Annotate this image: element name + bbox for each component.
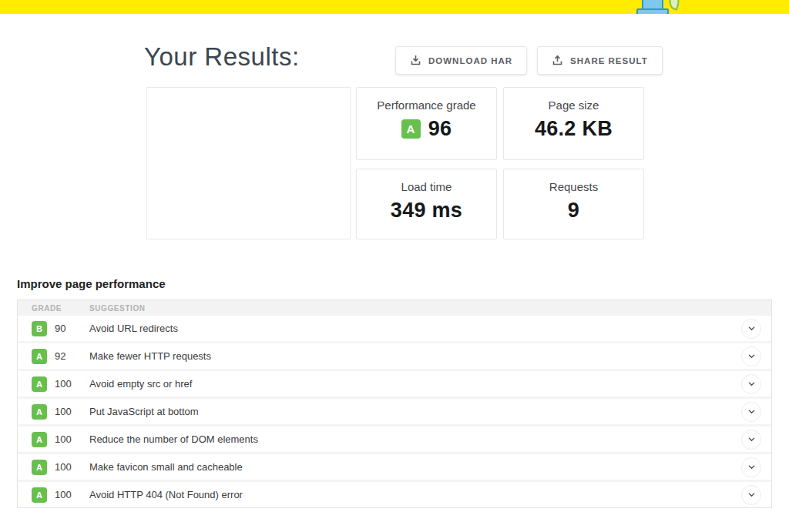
row-grade-badge: A [32, 487, 47, 503]
expand-row-button[interactable] [741, 374, 761, 394]
row-suggestion-text: Avoid URL redirects [89, 323, 178, 334]
row-grade-badge: A [32, 460, 47, 475]
row-grade-score: 100 [55, 433, 82, 445]
chevron-down-icon [747, 377, 756, 391]
row-grade-badge: A [32, 376, 47, 392]
row-grade-score: 90 [55, 323, 82, 334]
expand-row-button[interactable] [741, 402, 761, 422]
page-size-card: Page size 46.2 KB [503, 87, 644, 160]
page-title: Your Results: [144, 42, 300, 72]
requests-value: 9 [568, 199, 579, 223]
page-screenshot-placeholder [146, 87, 351, 239]
expand-row-button[interactable] [741, 485, 761, 505]
page-size-label: Page size [549, 99, 599, 112]
row-suggestion-text: Make favicon small and cacheable [89, 461, 243, 473]
row-grade-score: 100 [55, 461, 82, 473]
suggestion-row[interactable]: A 100 Avoid empty src or href [18, 371, 771, 399]
pedestal-base-illustration [636, 8, 669, 14]
chevron-down-icon [747, 488, 756, 502]
suggestions-table: GRADE SUGGESTION B 90 Avoid URL redirect… [17, 299, 772, 508]
row-grade-score: 100 [55, 489, 82, 500]
leaf-illustration [666, 0, 681, 11]
performance-grade-label: Performance grade [377, 99, 475, 112]
suggestion-row[interactable]: A 100 Avoid HTTP 404 (Not Found) error [18, 482, 771, 507]
row-grade-score: 100 [55, 378, 82, 390]
chevron-down-icon [747, 405, 756, 419]
load-time-card: Load time 349 ms [356, 169, 497, 239]
chevron-down-icon [747, 350, 756, 363]
grade-column-header: GRADE [32, 304, 89, 313]
chevron-down-icon [747, 433, 756, 447]
page-size-value: 46.2 KB [535, 117, 613, 141]
load-time-label: Load time [401, 180, 452, 193]
row-grade-score: 100 [55, 406, 82, 417]
suggestion-row[interactable]: A 100 Put JavaScript at bottom [18, 399, 771, 427]
metrics-grid: Performance grade A 96 Page size 46.2 KB… [356, 87, 644, 239]
row-suggestion-text: Put JavaScript at bottom [89, 406, 199, 417]
improve-section-title: Improve page performance [17, 277, 166, 290]
expand-row-button[interactable] [741, 346, 761, 366]
row-grade-badge: A [32, 432, 47, 447]
suggestion-row[interactable]: B 90 Avoid URL redirects [18, 316, 771, 343]
top-banner [0, 0, 789, 14]
suggestion-column-header: SUGGESTION [89, 304, 146, 313]
row-grade-badge: A [32, 404, 47, 420]
requests-label: Requests [549, 180, 598, 193]
download-har-label: DOWNLOAD HAR [428, 56, 512, 65]
row-suggestion-text: Avoid empty src or href [89, 378, 192, 390]
performance-grade-value: A 96 [401, 117, 452, 141]
row-grade-score: 92 [55, 350, 82, 362]
expand-row-button[interactable] [741, 319, 761, 339]
row-suggestion-text: Avoid HTTP 404 (Not Found) error [89, 489, 243, 500]
row-suggestion-text: Reduce the number of DOM elements [89, 433, 258, 445]
grade-letter-badge: A [401, 119, 421, 139]
expand-row-button[interactable] [741, 457, 761, 477]
performance-grade-card: Performance grade A 96 [356, 87, 497, 160]
chevron-down-icon [747, 322, 756, 336]
chevron-down-icon [747, 460, 756, 474]
download-icon [410, 55, 421, 66]
row-suggestion-text: Make fewer HTTP requests [89, 350, 211, 362]
suggestion-row[interactable]: A 100 Reduce the number of DOM elements [18, 427, 771, 454]
load-time-value: 349 ms [391, 199, 462, 223]
suggestion-row[interactable]: A 92 Make fewer HTTP requests [18, 343, 771, 371]
suggestions-table-header: GRADE SUGGESTION [18, 300, 771, 316]
suggestions-body: B 90 Avoid URL redirects A 92 Make fewer… [18, 316, 771, 507]
expand-row-button[interactable] [741, 430, 761, 450]
performance-grade-number: 96 [428, 117, 452, 141]
header-buttons: DOWNLOAD HAR SHARE RESULT [395, 46, 642, 75]
share-result-button[interactable]: SHARE RESULT [537, 46, 663, 75]
row-grade-badge: A [32, 349, 47, 364]
share-result-label: SHARE RESULT [570, 56, 648, 65]
download-har-button[interactable]: DOWNLOAD HAR [395, 46, 527, 75]
requests-card: Requests 9 [503, 169, 644, 239]
suggestion-row[interactable]: A 100 Make favicon small and cacheable [18, 454, 771, 482]
row-grade-badge: B [32, 321, 47, 336]
share-icon [552, 55, 563, 66]
